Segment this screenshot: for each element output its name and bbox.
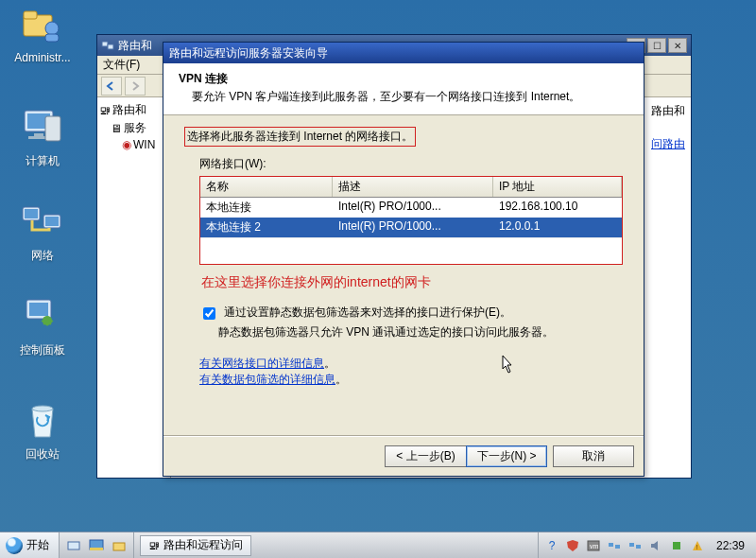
cancel-button[interactable]: 取消 xyxy=(553,445,634,467)
desktop-icon-label: 计算机 xyxy=(9,153,76,169)
desktop-icon-computer[interactable]: 计算机 xyxy=(9,104,76,169)
svg-point-16 xyxy=(32,406,53,411)
recycle-bin-icon xyxy=(20,397,65,443)
svg-rect-28 xyxy=(636,545,641,549)
svg-rect-17 xyxy=(102,42,108,46)
tray-power-icon[interactable] xyxy=(669,538,684,553)
svg-rect-18 xyxy=(108,44,113,49)
table-header: 名称 描述 IP 地址 xyxy=(200,177,622,198)
svg-rect-14 xyxy=(29,303,48,316)
desktop-icon-control-panel[interactable]: 控制面板 xyxy=(9,293,76,358)
folder-user-icon xyxy=(20,2,65,47)
tray-clock[interactable]: 22:39 xyxy=(711,539,750,552)
link-interface-details[interactable]: 有关网络接口的详细信息 xyxy=(199,357,324,370)
col-name[interactable]: 名称 xyxy=(200,177,333,197)
svg-point-2 xyxy=(45,22,59,35)
desktop-icon-admin[interactable]: Administr... xyxy=(9,2,76,64)
svg-rect-26 xyxy=(615,545,620,549)
desktop-icon-label: 网络 xyxy=(9,248,76,264)
tray-action-icon[interactable]: ! xyxy=(690,538,705,553)
content-link[interactable]: 问路由 xyxy=(651,137,685,150)
svg-rect-3 xyxy=(45,34,59,42)
wizard-title: 路由和远程访问服务器安装向导 xyxy=(169,45,328,61)
task-item-icon: 🖳 xyxy=(148,539,160,552)
wizard-instruction: 选择将此服务器连接到 Internet 的网络接口。 xyxy=(184,127,416,147)
toolbar-back-button[interactable] xyxy=(101,77,122,96)
maximize-button[interactable]: ☐ xyxy=(647,38,666,53)
wizard-body: 选择将此服务器连接到 Internet 的网络接口。 网络接口(W): 名称 描… xyxy=(163,115,644,431)
task-item-label: 路由和远程访问 xyxy=(163,537,243,553)
start-orb-icon xyxy=(6,537,23,554)
checkbox-label: 通过设置静态数据包筛选器来对选择的接口进行保护(E)。 xyxy=(224,305,511,321)
svg-rect-22 xyxy=(113,543,125,550)
toolbar-forward-button[interactable] xyxy=(125,77,146,96)
svg-text:vm: vm xyxy=(590,543,599,549)
table-row[interactable]: 本地连接 2 Intel(R) PRO/1000... 12.0.0.1 xyxy=(200,218,622,237)
app-icon xyxy=(101,39,114,52)
ql-server-icon[interactable] xyxy=(65,537,82,554)
control-panel-icon xyxy=(20,293,65,339)
server-node-icon: 🖥 xyxy=(111,122,122,135)
wizard-dialog: 路由和远程访问服务器安装向导 VPN 连接 要允许 VPN 客户端连接到此服务器… xyxy=(163,42,644,477)
svg-rect-25 xyxy=(609,543,613,547)
server-icon: 🖳 xyxy=(99,104,111,117)
tray-network2-icon[interactable] xyxy=(627,538,643,553)
interface-table[interactable]: 名称 描述 IP 地址 本地连接 Intel(R) PRO/1000... 19… xyxy=(199,176,623,265)
next-button[interactable]: 下一步(N) > xyxy=(466,445,547,467)
svg-rect-1 xyxy=(24,11,37,19)
start-button[interactable]: 开始 xyxy=(0,532,60,559)
filter-checkbox[interactable] xyxy=(203,307,215,320)
svg-rect-19 xyxy=(68,542,79,549)
stop-icon: ◉ xyxy=(122,138,131,151)
svg-rect-10 xyxy=(25,209,38,218)
tree-view[interactable]: 🖳 路由和 🖥 服务 ◉ WIN xyxy=(97,97,171,478)
desktop-icon-label: 控制面板 xyxy=(9,342,76,358)
desktop-icon-label: Administr... xyxy=(9,51,76,64)
task-items: 🖳 路由和远程访问 xyxy=(134,535,538,556)
wizard-footer: < 上一步(B) 下一步(N) > 取消 xyxy=(163,436,644,476)
ql-desktop-icon[interactable] xyxy=(88,537,105,554)
menu-file[interactable]: 文件(F) xyxy=(103,57,140,73)
task-item-rras[interactable]: 🖳 路由和远程访问 xyxy=(140,535,251,556)
interface-label: 网络接口(W): xyxy=(199,156,623,172)
wizard-header: VPN 连接 要允许 VPN 客户端连接到此服务器，至少要有一个网络接口连接到 … xyxy=(163,63,644,115)
ql-explorer-icon[interactable] xyxy=(111,537,128,554)
checkbox-note: 静态数据包筛选器只允许 VPN 通讯通过选定的接口访问此服务器。 xyxy=(218,324,623,340)
svg-rect-29 xyxy=(673,542,680,549)
computer-icon xyxy=(20,104,65,149)
col-desc[interactable]: 描述 xyxy=(333,177,493,197)
annotation-text: 在这里选择你连接外网的internet的网卡 xyxy=(201,274,623,291)
tray-vm-icon[interactable]: vm xyxy=(586,538,601,553)
svg-rect-27 xyxy=(629,543,634,547)
network-icon xyxy=(20,199,65,244)
link-filter-details[interactable]: 有关数据包筛选的详细信息 xyxy=(199,373,335,386)
tree-node-service[interactable]: 🖥 服务 xyxy=(99,119,168,137)
desktop-icon-network[interactable]: 网络 xyxy=(9,199,76,264)
system-tray: ? vm ! 22:39 xyxy=(538,532,756,559)
quick-launch xyxy=(60,532,134,559)
tree-node-win[interactable]: ◉ WIN xyxy=(99,137,168,152)
table-row[interactable]: 本地连接 Intel(R) PRO/1000... 192.168.100.10 xyxy=(200,198,622,218)
col-ip[interactable]: IP 地址 xyxy=(493,177,622,197)
svg-text:!: ! xyxy=(696,543,697,551)
taskbar: 开始 🖳 路由和远程访问 ? vm ! 22:39 xyxy=(0,532,756,558)
back-button[interactable]: < 上一步(B) xyxy=(385,445,466,467)
desktop-icon-label: 回收站 xyxy=(9,446,76,462)
svg-rect-21 xyxy=(90,548,103,550)
svg-rect-12 xyxy=(45,217,59,226)
desktop-icon-recycle[interactable]: 回收站 xyxy=(9,397,76,462)
start-label: 开始 xyxy=(26,537,49,553)
wizard-titlebar[interactable]: 路由和远程访问服务器安装向导 xyxy=(163,43,644,63)
wizard-header-title: VPN 连接 xyxy=(179,71,628,87)
svg-rect-8 xyxy=(45,116,60,141)
wizard-header-subtitle: 要允许 VPN 客户端连接到此服务器，至少要有一个网络接口连接到 Interne… xyxy=(192,89,628,105)
tray-volume-icon[interactable] xyxy=(648,538,663,553)
svg-rect-6 xyxy=(34,133,43,136)
close-button[interactable]: ✕ xyxy=(668,38,687,53)
tree-root[interactable]: 🖳 路由和 xyxy=(99,101,168,119)
tray-network-icon[interactable] xyxy=(607,538,622,553)
tray-security-icon[interactable] xyxy=(565,538,580,553)
tray-help-icon[interactable]: ? xyxy=(544,538,559,553)
